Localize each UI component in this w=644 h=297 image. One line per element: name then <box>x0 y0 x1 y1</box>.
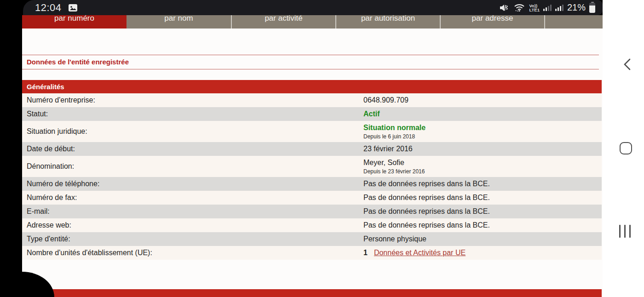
phone-screen: par numéro par nom par activité par auto… <box>0 0 644 297</box>
status-bar-pill: 12:04 <box>23 0 603 15</box>
tab-label: par activité <box>264 14 302 23</box>
android-navigation-bar <box>603 0 644 297</box>
table-row: Numéro de fax: Pas de données reprises d… <box>22 191 602 205</box>
tab-label: par nom <box>164 14 193 23</box>
divider-line <box>22 55 599 55</box>
row-value: Pas de données reprises dans la BCE. <box>363 207 490 216</box>
table-row: E-mail: Pas de données reprises dans la … <box>22 205 602 218</box>
table-row: Dénomination: Meyer, Sofie Depuis le 23 … <box>22 156 602 177</box>
wifi-icon <box>513 3 525 13</box>
signal-bars-sim2 <box>555 4 564 11</box>
row-value: Meyer, Sofie <box>363 158 404 167</box>
table-header-generalites: Généralités <box>22 80 602 93</box>
clock: 12:04 <box>35 2 62 14</box>
table-row: Situation juridique: Situation normale D… <box>22 121 602 142</box>
row-value: Personne physique <box>363 234 426 244</box>
battery-icon <box>589 3 595 13</box>
table-row: Numéro d'entreprise: 0648.909.709 <box>22 93 602 107</box>
divider-line <box>22 69 599 69</box>
signal-bars-sim1 <box>543 4 552 11</box>
row-label: Nombre d'unités d'établissement (UE): <box>27 248 152 257</box>
row-value: 1 <box>363 248 368 257</box>
tab-label: par numéro <box>54 14 94 23</box>
screen-bezel-left <box>0 0 22 297</box>
row-label: Statut: <box>27 109 48 119</box>
page-title: Données de l'entité enregistrée <box>27 58 129 66</box>
row-link[interactable]: Données et Activités par UE <box>374 248 466 257</box>
row-label: E-mail: <box>27 207 50 216</box>
home-icon[interactable] <box>620 142 632 154</box>
row-value: Pas de données reprises dans la BCE. <box>363 221 490 230</box>
mute-vibrate-icon <box>499 3 510 12</box>
browser-content: par numéro par nom par activité par auto… <box>22 0 603 297</box>
row-label: Numéro de fax: <box>27 193 77 202</box>
recents-icon[interactable] <box>619 225 631 238</box>
screenshot-image-icon <box>68 3 78 12</box>
next-section-header-bar <box>22 289 602 297</box>
notification-area <box>68 3 78 12</box>
row-label: Date de début: <box>27 144 75 154</box>
row-value: Pas de données reprises dans la BCE. <box>363 179 490 188</box>
row-value: 23 février 2016 <box>363 144 413 154</box>
row-value: Actif <box>363 109 380 119</box>
row-label: Type d'entité: <box>27 234 70 244</box>
row-label: Dénomination: <box>27 162 74 171</box>
row-value: Situation normale <box>363 123 426 132</box>
table-row: Numéro de téléphone: Pas de données repr… <box>22 177 602 191</box>
row-value: 0648.909.709 <box>363 96 408 105</box>
table-row: Type d'entité: Personne physique <box>22 232 602 246</box>
table-row: Nombre d'unités d'établissement (UE): 1 … <box>22 246 602 260</box>
status-bar: 12:04 <box>0 0 603 15</box>
row-label: Adresse web: <box>27 221 71 230</box>
row-subtext: Depuis le 6 juin 2018 <box>363 133 597 140</box>
generalites-rows: Numéro d'entreprise: 0648.909.709 Statut… <box>22 93 602 260</box>
status-icons: Vo)) LTE1 21% <box>499 2 595 13</box>
tab-label: par autorisation <box>361 14 415 23</box>
row-value: Pas de données reprises dans la BCE. <box>363 193 490 202</box>
row-subtext: Depuis le 23 février 2016 <box>363 168 597 175</box>
table-row: Date de début: 23 février 2016 <box>22 142 602 156</box>
back-icon[interactable] <box>621 58 634 71</box>
table-row: Adresse web: Pas de données reprises dan… <box>22 218 602 232</box>
table-row: Statut: Actif <box>22 107 602 121</box>
row-label: Situation juridique: <box>27 127 87 136</box>
tab-label: par adresse <box>472 14 513 23</box>
volte-badge: Vo)) LTE1 <box>529 4 540 12</box>
row-label: Numéro de téléphone: <box>27 179 99 188</box>
battery-percent: 21% <box>567 2 586 13</box>
row-label: Numéro d'entreprise: <box>27 96 95 105</box>
